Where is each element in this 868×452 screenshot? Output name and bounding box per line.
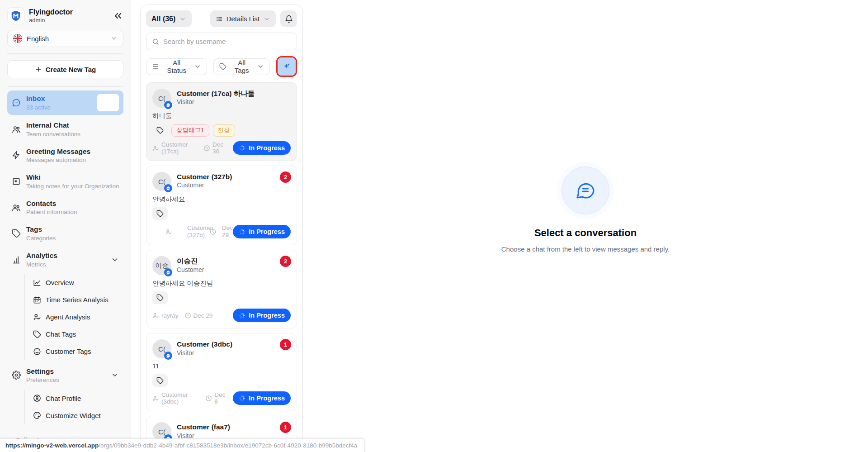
highlight-annotation: [276, 56, 297, 77]
sidebar-nav: Inbox 33 active Internal Chat Team conve…: [7, 90, 123, 424]
assigned-agent: Customer (3dbc): [152, 391, 199, 405]
empty-state-subtitle: Choose a chat from the left to view mess…: [501, 245, 670, 253]
empty-state-title: Select a conversation: [501, 227, 670, 239]
conversation-role: Visitor: [177, 349, 291, 357]
conversation-list-panel: All (36) Details List All Status All Tag…: [140, 5, 303, 452]
divider: [7, 430, 124, 430]
org-header: Flyingdoctor admin: [7, 7, 123, 24]
chat-tag[interactable]: 진상: [213, 124, 235, 137]
sidebar-subitem-chat-tags[interactable]: Chat Tags: [25, 326, 123, 343]
tag-chip-button[interactable]: [152, 124, 168, 137]
conversation-card[interactable]: C( Customer (17ca) 하나둘 Visitor 하나둘 상담태그1…: [146, 82, 297, 161]
ai-assist-button[interactable]: [278, 57, 296, 76]
last-message-date: Dec 30: [203, 141, 227, 155]
agent-icon: [152, 145, 159, 152]
inbox-highlight-box: [97, 94, 119, 111]
bell-icon: [285, 15, 293, 23]
tag-icon: [156, 294, 164, 301]
tag-chip-button[interactable]: [152, 207, 168, 220]
tag-icon: [156, 210, 164, 217]
status-badge[interactable]: In Progress: [233, 225, 291, 238]
conversation-card[interactable]: C( Customer (327b) Customer 2 안녕하세요 Cust…: [146, 166, 297, 245]
zap-icon: [12, 151, 21, 160]
sidebar-item-greeting-messages[interactable]: Greeting Messages Messages automation: [7, 144, 123, 167]
link-preview-statusbar: https://mingo-v2-web.vercel.app/orgs/09b…: [0, 438, 365, 452]
status-badge[interactable]: In Progress: [233, 391, 291, 405]
status-filter-dropdown[interactable]: All Status: [146, 58, 207, 75]
tag-chip-button[interactable]: [152, 374, 168, 387]
user-check-icon: [33, 313, 41, 321]
status-badge[interactable]: In Progress: [233, 309, 291, 322]
conversation-name: Customer (3dbc): [177, 340, 291, 348]
assigned-agent: Customer (327b): [152, 224, 200, 239]
tag-icon: [219, 63, 226, 70]
divider: [7, 86, 123, 87]
clock-icon: [184, 312, 191, 319]
view-mode-dropdown[interactable]: Details List: [210, 10, 276, 27]
chevron-down-icon: [179, 15, 186, 23]
view-mode-label: Details List: [226, 15, 259, 23]
user-circle-icon: [33, 394, 41, 402]
agent-icon: [152, 312, 159, 319]
plus-icon: [35, 66, 42, 73]
sparkles-icon: [283, 62, 291, 71]
create-new-tag-button[interactable]: Create New Tag: [7, 60, 123, 78]
status-badge[interactable]: In Progress: [233, 141, 291, 155]
sidebar-item-tags[interactable]: Tags Categories: [7, 222, 123, 245]
chat-channel-badge-icon: [164, 184, 172, 192]
chat-icon: [12, 98, 21, 107]
all-filter-label: All (36): [151, 15, 175, 23]
chat-channel-badge-icon: [164, 352, 172, 360]
sidebar-subitem-agent-analysis[interactable]: Agent Analysis: [25, 309, 123, 326]
uk-flag-icon: [13, 34, 22, 43]
conversation-role: Customer: [177, 181, 291, 189]
all-filter-dropdown[interactable]: All (36): [146, 10, 192, 27]
last-message-date: Dec 29: [184, 312, 213, 319]
chevron-down-icon: [110, 35, 118, 42]
sidebar-item-settings[interactable]: Settings Preferences: [7, 364, 123, 387]
unread-count-badge: 2: [280, 171, 291, 183]
empty-state: Select a conversation Choose a chat from…: [303, 0, 868, 452]
message-preview: 안녕하세요 이승진님: [152, 279, 291, 288]
conversation-card[interactable]: C( Customer (3dbc) Visitor 1 11 Customer…: [146, 333, 297, 411]
language-selector[interactable]: English: [7, 30, 123, 47]
search-input[interactable]: [163, 38, 291, 45]
notifications-button[interactable]: [280, 10, 297, 27]
sidebar-item-analytics[interactable]: Analytics Metrics: [7, 248, 123, 271]
language-label: English: [27, 35, 106, 43]
tag-chip-button[interactable]: [152, 291, 168, 304]
sidebar-item-contacts[interactable]: Contacts Patient information: [7, 196, 123, 219]
wiki-icon: [12, 177, 21, 186]
gear-icon: [12, 371, 21, 380]
analytics-icon: [12, 255, 21, 264]
collapse-sidebar-icon[interactable]: [113, 10, 123, 21]
sidebar-item-internal-chat[interactable]: Internal Chat Team conversations: [7, 118, 123, 141]
tags-filter-dropdown[interactable]: All Tags: [213, 58, 270, 75]
sidebar: Flyingdoctor admin English Create New Ta…: [0, 0, 131, 452]
chevron-down-icon: [263, 15, 270, 23]
chevron-down-icon: [257, 63, 264, 70]
tags-filter-label: All Tags: [231, 59, 253, 74]
org-name: Flyingdoctor: [29, 8, 108, 16]
org-role: admin: [29, 17, 108, 24]
sidebar-item-inbox[interactable]: Inbox 33 active: [7, 90, 123, 115]
chevron-down-icon[interactable]: [111, 371, 119, 379]
sidebar-subsection-settings: Chat Profile Customize Widget: [24, 390, 123, 424]
conversation-name: Customer (17ca) 하나둘: [177, 89, 291, 98]
chat-channel-badge-icon: [164, 268, 172, 276]
spinner-icon: [239, 312, 245, 319]
spinner-icon: [239, 228, 245, 235]
chevron-down-icon[interactable]: [111, 256, 119, 264]
conversation-role: Visitor: [177, 98, 291, 105]
sidebar-subitem-customize-widget[interactable]: Customize Widget: [25, 407, 123, 424]
spinner-icon: [239, 145, 245, 152]
sidebar-item-wiki[interactable]: Wiki Taking notes for your Organization: [7, 170, 123, 193]
chat-tag[interactable]: 상담태그1: [171, 124, 209, 137]
sidebar-subitem-time-series-analysis[interactable]: Time Series Analysis: [25, 291, 123, 309]
message-preview: 안녕하세요: [152, 195, 291, 204]
sidebar-subitem-overview[interactable]: Overview: [25, 274, 123, 291]
sidebar-subitem-chat-profile[interactable]: Chat Profile: [25, 390, 123, 407]
conversation-card[interactable]: 이승 이승진 Customer 2 안녕하세요 이승진님 rayray: [146, 250, 297, 328]
clock-icon: [203, 145, 210, 152]
sidebar-subitem-customer-tags[interactable]: Customer Tags: [25, 343, 123, 360]
